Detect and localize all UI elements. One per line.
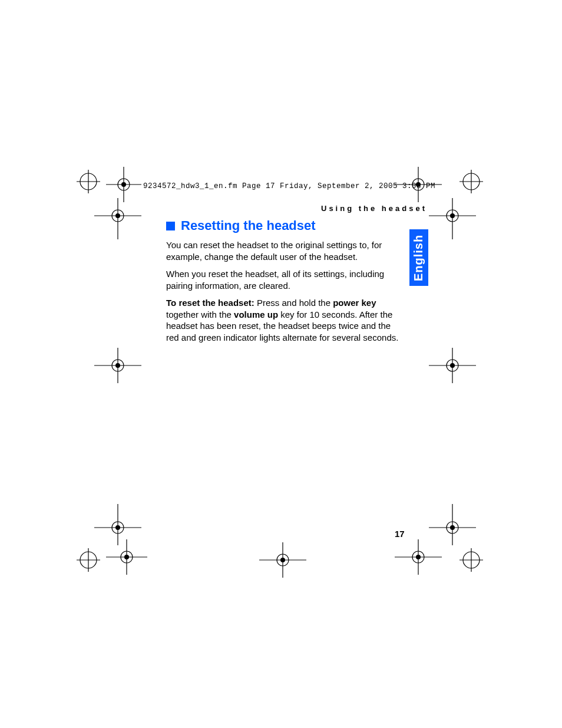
- paragraph: To reset the headset: Press and hold the…: [166, 297, 405, 343]
- bold-text: power key: [333, 298, 376, 308]
- registration-mark-icon: [417, 495, 488, 548]
- svg-point-18: [447, 210, 458, 222]
- document-page: 9234572_hdw3_1_en.fm Page 17 Friday, Sep…: [0, 0, 562, 728]
- svg-point-42: [280, 558, 285, 562]
- svg-point-37: [121, 551, 133, 563]
- registration-mark-icon: [247, 536, 318, 584]
- section-heading: Resetting the headset: [166, 218, 405, 233]
- registration-mark-icon: [82, 495, 153, 548]
- registration-mark-icon: [417, 345, 488, 386]
- svg-point-31: [115, 525, 120, 530]
- svg-point-19: [450, 213, 455, 218]
- text: together with the: [166, 309, 234, 319]
- svg-point-49: [412, 551, 424, 563]
- language-tab: English: [409, 229, 428, 286]
- file-info-line: 9234572_hdw3_1_en.fm Page 17 Friday, Sep…: [143, 182, 435, 190]
- page-number: 17: [395, 529, 405, 539]
- paragraph: You can reset the headset to the origina…: [166, 239, 405, 262]
- svg-point-15: [463, 173, 480, 190]
- svg-point-4: [121, 182, 126, 187]
- registration-mark-icon: [389, 536, 489, 584]
- svg-point-30: [112, 522, 124, 533]
- svg-point-8: [115, 213, 120, 218]
- svg-point-3: [118, 179, 130, 190]
- registration-mark-icon: [82, 198, 153, 251]
- bold-text: To reset the headset:: [166, 298, 254, 308]
- svg-point-26: [447, 360, 458, 371]
- running-header: Using the headset: [321, 204, 427, 213]
- svg-point-0: [80, 173, 97, 190]
- svg-point-23: [115, 363, 120, 368]
- svg-point-38: [124, 555, 129, 559]
- registration-mark-icon: [82, 345, 153, 386]
- text: Press and hold the: [254, 298, 333, 308]
- registration-mark-icon: [77, 536, 171, 584]
- svg-point-53: [463, 552, 480, 568]
- language-tab-label: English: [412, 234, 426, 281]
- svg-point-41: [277, 554, 289, 566]
- svg-point-34: [80, 552, 97, 568]
- svg-point-50: [416, 555, 421, 559]
- content-block: Resetting the headset You can reset the …: [166, 218, 405, 349]
- bold-text: volume up: [234, 309, 278, 319]
- svg-point-46: [450, 525, 455, 530]
- svg-point-7: [112, 210, 124, 222]
- paragraph: When you reset the headset, all of its s…: [166, 268, 405, 291]
- svg-point-22: [112, 360, 124, 371]
- svg-point-27: [450, 363, 455, 368]
- svg-point-45: [447, 522, 458, 533]
- square-bullet-icon: [166, 222, 175, 230]
- heading-text: Resetting the headset: [181, 218, 316, 233]
